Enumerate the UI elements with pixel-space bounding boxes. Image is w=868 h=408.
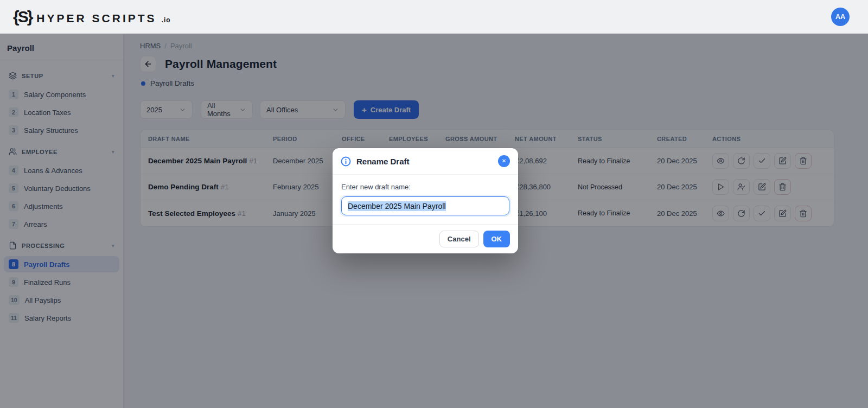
close-button[interactable]: ✕ <box>498 155 510 167</box>
rename-draft-modal: Rename Draft ✕ Enter new draft name: Dec… <box>333 148 518 253</box>
close-icon: ✕ <box>502 158 506 164</box>
cancel-button[interactable]: Cancel <box>439 231 479 247</box>
info-icon <box>341 156 351 167</box>
ok-button[interactable]: OK <box>483 231 510 247</box>
user-avatar[interactable]: AA <box>831 8 850 26</box>
logo-monogram-icon: {S} <box>13 9 31 25</box>
topbar: {S} HYPER SCRIPTS .io AA <box>0 0 868 34</box>
brand-logo: {S} HYPER SCRIPTS .io <box>13 9 171 25</box>
selected-input-text: December 2025 Main Payroll <box>348 201 446 211</box>
logo-text: HYPER SCRIPTS <box>36 12 156 25</box>
draft-name-label: Enter new draft name: <box>341 183 509 191</box>
logo-suffix: .io <box>162 16 171 24</box>
draft-name-input[interactable]: December 2025 Main Payroll <box>341 196 509 215</box>
modal-title: Rename Draft <box>356 157 493 166</box>
